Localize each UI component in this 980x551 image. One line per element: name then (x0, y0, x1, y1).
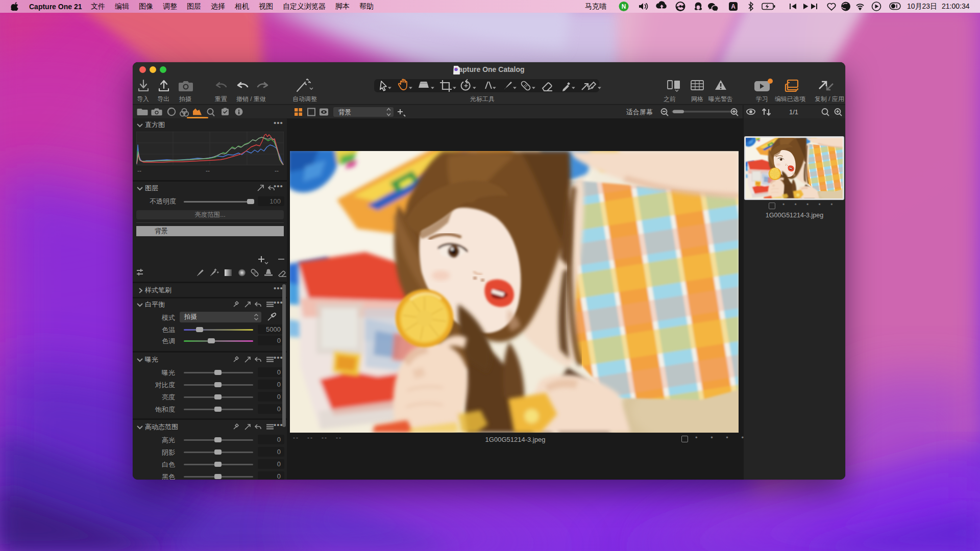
svg-text:背景: 背景 (338, 109, 351, 116)
svg-text:适合屏幕: 适合屏幕 (626, 108, 653, 116)
svg-text:A: A (731, 3, 736, 10)
svg-text:N: N (622, 3, 626, 10)
svg-text:1/1: 1/1 (789, 108, 798, 116)
